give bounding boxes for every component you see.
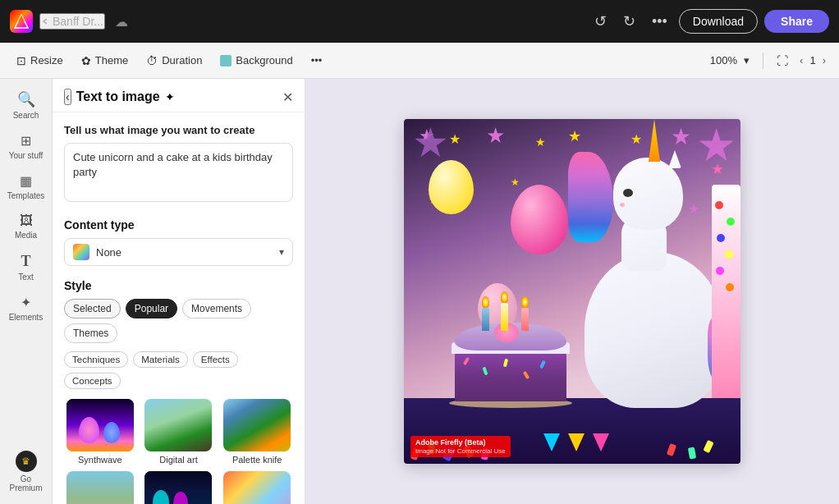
sub-tag-effects[interactable]: Effects — [193, 351, 238, 368]
style-section-title: Style — [64, 279, 293, 292]
panel-close-button[interactable]: ✕ — [282, 89, 293, 105]
background-swatch — [220, 55, 232, 66]
panel-back-button[interactable]: ‹ — [64, 89, 71, 105]
candle-2 — [501, 303, 508, 331]
chevron-down-icon: ▾ — [279, 246, 284, 258]
sub-tag-materials[interactable]: Materials — [133, 351, 188, 368]
deco-star-3: ★ — [486, 123, 505, 149]
sidebar-item-elements[interactable]: ✦ Elements — [3, 290, 49, 327]
prompt-section-label: Tell us what image you want to create — [64, 124, 293, 136]
style-card-palette-knife[interactable]: Palette knife — [221, 399, 293, 465]
generated-image: ★ ★ ★ ★ ★ ★ ★ ★ ★ ★ ★ ★ ★ ★ — [404, 119, 740, 464]
sidebar-item-search[interactable]: 🔍 Search — [3, 85, 49, 125]
sub-tag-concepts[interactable]: Concepts — [64, 373, 121, 389]
background-label: Background — [236, 54, 292, 66]
content-type-dropdown[interactable]: None ▾ — [64, 238, 293, 266]
style-cards-grid: Synthwave Digital art Palette knife — [64, 399, 293, 504]
resize-icon: ⊡ — [16, 54, 26, 67]
style-card-layered-paper[interactable]: Layered paper — [64, 471, 136, 504]
sidebar-item-yourstuff[interactable]: ⊞ Your stuff — [3, 128, 49, 165]
premium-crown-icon: ♛ — [16, 451, 37, 472]
zoom-dropdown-button[interactable]: ▾ — [740, 53, 753, 68]
style-card-neon[interactable]: Neon — [143, 471, 215, 504]
style-card-digital-art[interactable]: Digital art — [143, 399, 215, 465]
unicorn-horn — [649, 119, 660, 162]
adobe-watermark: Adobe Firefly (Beta) Image Not for Comme… — [410, 436, 511, 457]
style-card-digital-art-label: Digital art — [159, 455, 197, 465]
style-tag-popular[interactable]: Popular — [126, 299, 177, 318]
content-type-value: None — [96, 246, 273, 259]
redo-button[interactable]: ↻ — [618, 9, 640, 34]
download-button[interactable]: Download — [679, 9, 758, 34]
zoom-level: 100% — [710, 54, 737, 66]
undo-button[interactable]: ↺ — [589, 9, 612, 34]
resize-label: Resize — [30, 54, 63, 66]
deco-star-5: ★ — [568, 127, 581, 145]
sidebar-item-templates[interactable]: ▦ Templates — [3, 168, 49, 205]
sub-tag-techniques[interactable]: Techniques — [64, 351, 128, 368]
duration-label: Duration — [162, 54, 202, 66]
fullscreen-button[interactable]: ⛶ — [773, 53, 791, 69]
magic-wand-icon: ✦ — [165, 90, 175, 103]
balloon-yellow — [429, 160, 474, 214]
share-button[interactable]: Share — [764, 10, 829, 33]
large-star-left: ★ — [412, 119, 449, 167]
unicorn-ear — [668, 150, 681, 168]
theme-label: Theme — [95, 54, 128, 66]
style-thumb-digital — [144, 399, 212, 451]
style-tag-movements[interactable]: Movements — [182, 299, 251, 318]
deco-star-4: ★ — [535, 135, 546, 149]
style-thumb-layered — [66, 471, 134, 504]
sidebar-elements-label: Elements — [9, 313, 44, 322]
candy-tower — [712, 185, 740, 398]
confetti-r2 — [688, 447, 696, 459]
cone-1 — [543, 433, 560, 451]
confetti-r1 — [667, 443, 676, 456]
duration-button[interactable]: ⏱ Duration — [140, 51, 209, 71]
zoom-control: 100% ▾ — [710, 53, 753, 68]
background-button[interactable]: Background — [213, 51, 299, 70]
toolbar-more-button[interactable]: ••• — [305, 51, 329, 70]
candle-1 — [482, 308, 489, 331]
unicorn-head — [613, 158, 683, 230]
main-area: 🔍 Search ⊞ Your stuff ▦ Templates 🖼 Medi… — [0, 79, 839, 504]
sidebar-search-label: Search — [13, 111, 39, 120]
editor-toolbar: ⊡ Resize ✿ Theme ⏱ Duration Background •… — [0, 43, 839, 79]
sidebar-item-gopremium[interactable]: ♛ Go Premium — [3, 446, 49, 497]
unicorn-scene: ★ ★ ★ ★ ★ ★ ★ ★ ★ ★ ★ ★ ★ ★ — [404, 119, 740, 464]
unicorn-mane — [568, 152, 613, 242]
resize-button[interactable]: ⊡ Resize — [10, 51, 70, 71]
next-page-button[interactable]: › — [819, 53, 829, 68]
page-number: 1 — [809, 54, 815, 66]
style-tag-selected[interactable]: Selected — [64, 299, 121, 318]
page-navigation: ‹ 1 › — [796, 53, 829, 68]
prev-page-button[interactable]: ‹ — [796, 53, 806, 68]
content-type-icon — [73, 244, 89, 260]
style-card-chaotic[interactable]: Chaotic — [221, 471, 293, 504]
theme-button[interactable]: ✿ Theme — [75, 51, 135, 71]
style-thumb-palette — [223, 399, 291, 451]
style-tags-container: Selected Popular Movements Themes — [64, 299, 293, 343]
deco-star-6: ★ — [671, 123, 691, 150]
sidebar-item-media[interactable]: 🖼 Media — [3, 208, 49, 245]
back-button[interactable]: Banff Dr... — [39, 13, 105, 30]
sidebar-item-text[interactable]: T Text — [3, 248, 49, 286]
sidebar-media-label: Media — [15, 231, 37, 240]
cloud-sync-icon: ☁ — [115, 14, 128, 30]
media-icon: 🖼 — [20, 213, 33, 228]
style-card-synthwave[interactable]: Synthwave — [64, 399, 136, 465]
deco-star-12: ★ — [688, 201, 699, 217]
style-thumb-chaotic — [223, 471, 291, 504]
prompt-textarea[interactable] — [64, 143, 293, 202]
style-card-synthwave-label: Synthwave — [78, 455, 122, 465]
top-bar: Banff Dr... ☁ ↺ ↻ ••• Download Share — [0, 0, 839, 43]
canvas-area: ★ ★ ★ ★ ★ ★ ★ ★ ★ ★ ★ ★ ★ ★ — [305, 79, 839, 504]
panel-header: ‹ Text to image ✦ ✕ — [53, 79, 305, 112]
content-type-section-title: Content type — [64, 218, 293, 231]
more-options-button[interactable]: ••• — [647, 10, 672, 34]
style-card-palette-knife-label: Palette knife — [232, 455, 282, 465]
style-tag-themes[interactable]: Themes — [64, 323, 117, 343]
adobe-watermark-title: Adobe Firefly (Beta) — [415, 438, 506, 447]
deco-star-7: ★ — [630, 131, 642, 147]
sidebar-premium-label: Go Premium — [7, 474, 46, 493]
